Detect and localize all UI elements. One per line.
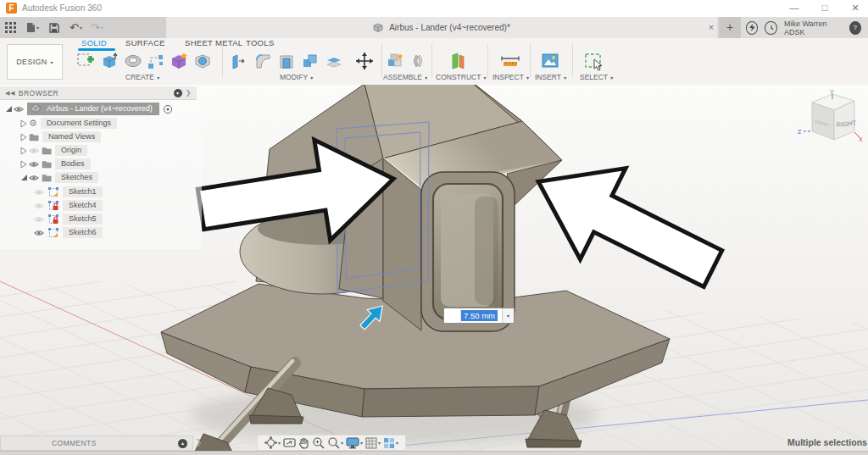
- look-at-icon[interactable]: [283, 437, 296, 448]
- group-label-modify[interactable]: MODIFY ▾: [280, 73, 313, 81]
- zoom-icon[interactable]: [312, 436, 325, 449]
- browser-item-document-settings[interactable]: ⚙ Document Settings: [19, 117, 117, 130]
- tabbar-right-icons: Mike Warren ADSK ?: [741, 17, 868, 38]
- ribbon-toolbar: DESIGN ▾ SOLID SURFACE SHEET METAL TOOLS…: [0, 38, 868, 86]
- expand-arrow-icon[interactable]: [19, 173, 29, 182]
- design-workspace-menu[interactable]: DESIGN ▾: [7, 44, 63, 80]
- maximize-icon[interactable]: □: [812, 0, 837, 16]
- close-tab-icon[interactable]: ×: [704, 20, 719, 36]
- expand-arrow-icon[interactable]: [19, 160, 29, 169]
- browser-item-sketch6[interactable]: Sketch6: [34, 226, 103, 239]
- browser-item-sketches[interactable]: Sketches: [19, 171, 98, 184]
- expand-arrow-icon[interactable]: [19, 133, 29, 141]
- job-status-icon[interactable]: [746, 21, 758, 35]
- panel-handle-icon[interactable]: ❯: [186, 89, 192, 97]
- construct-plane-icon[interactable]: [448, 51, 468, 71]
- browser-item-bodies[interactable]: Bodies: [19, 158, 91, 170]
- document-tab-bar: ▾ ↶▾ ↷▾ Airbus - Lander (v4~recovered)* …: [0, 17, 868, 38]
- revolve-icon[interactable]: [123, 51, 143, 71]
- visibility-eye-icon[interactable]: [34, 229, 44, 237]
- file-icon[interactable]: ▾: [26, 22, 39, 33]
- app-grid-icon[interactable]: [5, 22, 16, 33]
- folder-icon: [42, 146, 52, 155]
- notifications-icon[interactable]: [765, 21, 776, 35]
- dimension-input[interactable]: 7.50 mm ▾: [443, 308, 515, 324]
- browser-item-sketch4[interactable]: Sketch4: [34, 199, 103, 212]
- offset-face-icon[interactable]: [324, 51, 344, 71]
- new-tab-button[interactable]: +: [719, 17, 741, 38]
- folder-icon: [42, 159, 52, 169]
- tab-sheet-metal[interactable]: SHEET METAL: [185, 38, 242, 49]
- move-copy-icon[interactable]: [354, 51, 375, 71]
- fusion360-window: F Autodesk Fusion 360 — □ ✕ ▾ ↶▾ ↷▾ Airb…: [0, 0, 868, 455]
- new-component-icon[interactable]: [386, 51, 406, 71]
- visibility-eye-icon[interactable]: [34, 215, 44, 224]
- browser-header[interactable]: ◀◀ BROWSER ▾ ❯: [0, 86, 197, 100]
- orbit-icon[interactable]: ▾: [264, 436, 281, 449]
- create-form-icon[interactable]: [169, 51, 189, 71]
- browser-item-sketch1[interactable]: Sketch1: [34, 186, 103, 198]
- group-label-construct[interactable]: CONSTRUCT ▾: [436, 73, 487, 81]
- joint-icon[interactable]: [408, 51, 428, 71]
- visibility-eye-icon[interactable]: [34, 202, 44, 210]
- redo-icon[interactable]: ↷▾: [91, 21, 103, 34]
- visibility-eye-icon[interactable]: [34, 188, 44, 197]
- 3d-viewport[interactable]: 7.50 mm ▾ RIGHT FRONT Y Z X ◀◀ BROWSER ▾: [0, 85, 868, 451]
- visibility-eye-icon[interactable]: [14, 105, 24, 114]
- close-icon[interactable]: ✕: [843, 0, 868, 16]
- fillet-icon[interactable]: [253, 51, 273, 71]
- save-icon[interactable]: [49, 23, 59, 33]
- tab-surface[interactable]: SURFACE: [125, 38, 165, 49]
- user-name[interactable]: Mike Warren ADSK: [784, 19, 843, 36]
- visibility-eye-icon[interactable]: [29, 160, 39, 169]
- document-tab[interactable]: Airbus - Lander (v4~recovered)*: [166, 17, 717, 38]
- comments-handle-icon[interactable]: ❯: [196, 438, 203, 447]
- comments-label: COMMENTS: [52, 439, 97, 447]
- shell-icon[interactable]: [276, 51, 297, 71]
- dimension-drag-handle[interactable]: [444, 308, 461, 323]
- expand-arrow-icon[interactable]: [19, 147, 29, 155]
- measure-icon[interactable]: [500, 51, 520, 71]
- collapse-panel-icon[interactable]: ◀◀: [5, 90, 15, 97]
- grid-settings-icon[interactable]: ▾: [365, 437, 381, 449]
- dimension-value[interactable]: 7.50 mm: [461, 310, 498, 321]
- undo-icon[interactable]: ↶▾: [70, 21, 82, 34]
- component-cube-icon: [31, 103, 42, 114]
- sweep-icon[interactable]: [146, 51, 166, 71]
- group-label-assemble[interactable]: ASSEMBLE ▾: [383, 73, 427, 81]
- group-label-inspect[interactable]: INSPECT ▾: [492, 73, 529, 81]
- browser-item-sketch5[interactable]: Sketch5: [34, 213, 103, 225]
- z-axis-label: Z: [798, 129, 802, 135]
- extrude-icon[interactable]: [99, 51, 120, 71]
- panel-options-icon[interactable]: ▾: [174, 89, 182, 97]
- comments-bar[interactable]: COMMENTS ▴: [0, 436, 193, 451]
- folder-icon: [42, 173, 52, 182]
- pan-icon[interactable]: [298, 437, 309, 449]
- insert-canvas-icon[interactable]: [540, 51, 560, 71]
- hole-icon[interactable]: [192, 51, 213, 71]
- browser-root-row[interactable]: Airbus - Lander (v4~recovered): [3, 103, 200, 115]
- comments-expand-icon[interactable]: ▴: [178, 439, 187, 448]
- document-cube-icon: [373, 23, 384, 33]
- help-icon[interactable]: ?: [849, 21, 861, 35]
- tab-tools[interactable]: TOOLS: [246, 38, 275, 49]
- visibility-eye-icon[interactable]: [29, 174, 39, 182]
- dimension-dropdown-icon[interactable]: ▾: [502, 308, 514, 323]
- create-sketch-icon[interactable]: [75, 51, 95, 71]
- expand-arrow-icon[interactable]: [3, 104, 14, 114]
- visibility-eye-icon[interactable]: [29, 147, 39, 155]
- expand-arrow-icon[interactable]: [19, 119, 29, 128]
- press-pull-icon[interactable]: [229, 51, 249, 71]
- fit-icon[interactable]: ▾: [327, 436, 343, 449]
- group-label-create[interactable]: CREATE ▾: [125, 73, 159, 81]
- activate-radio-icon[interactable]: [163, 104, 173, 114]
- view-cube[interactable]: RIGHT FRONT Y Z X: [797, 87, 865, 153]
- minimize-icon[interactable]: —: [782, 0, 807, 16]
- viewports-icon[interactable]: ▾: [383, 437, 398, 449]
- display-settings-icon[interactable]: ▾: [346, 437, 363, 449]
- browser-item-origin[interactable]: Origin: [19, 144, 87, 157]
- combine-icon[interactable]: [300, 51, 320, 71]
- group-label-select[interactable]: SELECT ▾: [580, 73, 613, 81]
- group-label-insert[interactable]: INSERT ▾: [535, 73, 566, 81]
- browser-item-named-views[interactable]: Named Views: [19, 130, 101, 143]
